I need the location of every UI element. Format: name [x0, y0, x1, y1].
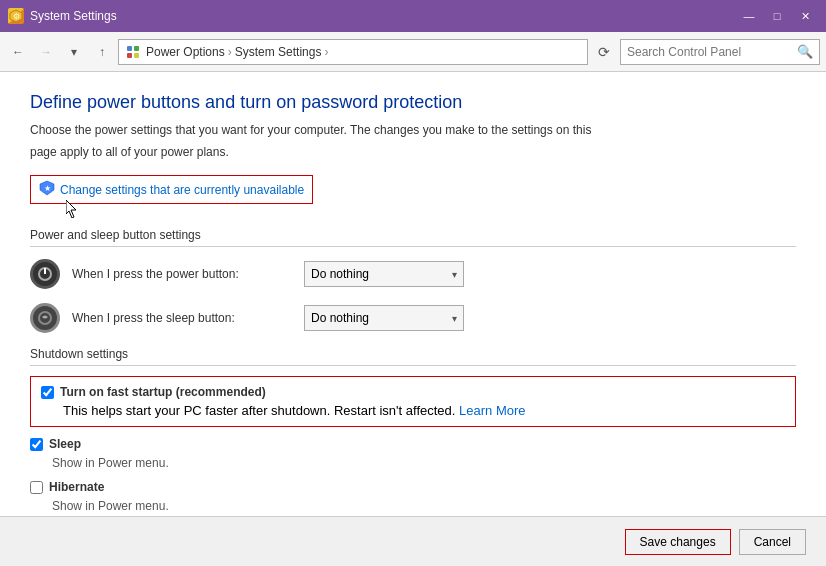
window-controls: — □ ✕	[736, 6, 818, 26]
svg-rect-2	[127, 46, 132, 51]
sleep-option-block: Sleep Show in Power menu.	[30, 437, 796, 470]
sleep-option-sub: Show in Power menu.	[52, 456, 169, 470]
maximize-button[interactable]: □	[764, 6, 790, 26]
close-button[interactable]: ✕	[792, 6, 818, 26]
breadcrumb-part1: Power Options	[146, 45, 225, 59]
hibernate-option-sub: Show in Power menu.	[52, 499, 169, 513]
search-input[interactable]	[627, 45, 797, 59]
svg-text:★: ★	[44, 184, 51, 193]
sleep-button-row: When I press the sleep button: Do nothin…	[30, 303, 796, 333]
svg-rect-5	[134, 53, 139, 58]
power-sleep-header: Power and sleep button settings	[30, 228, 796, 247]
footer: Save changes Cancel	[0, 516, 826, 566]
fast-startup-sub: This helps start your PC faster after sh…	[63, 403, 455, 418]
hibernate-sub: Show in Power menu.	[30, 498, 796, 513]
save-button[interactable]: Save changes	[625, 529, 731, 555]
page-title: Define power buttons and turn on passwor…	[30, 92, 796, 113]
svg-text:⚙: ⚙	[13, 12, 20, 21]
fast-startup-description: This helps start your PC faster after sh…	[41, 403, 785, 418]
change-settings-text: Change settings that are currently unava…	[60, 183, 304, 197]
description-line1: Choose the power settings that you want …	[30, 121, 796, 139]
main-content: Define power buttons and turn on passwor…	[0, 72, 826, 516]
description-line2: page apply to all of your power plans.	[30, 143, 796, 161]
sleep-button-icon	[30, 303, 60, 333]
cancel-button[interactable]: Cancel	[739, 529, 806, 555]
window-title: System Settings	[30, 9, 736, 23]
power-button-label: When I press the power button:	[72, 267, 292, 281]
power-button-dropdown[interactable]: Do nothing ▾	[304, 261, 464, 287]
fast-startup-checkbox[interactable]	[41, 386, 54, 399]
learn-more-link[interactable]: Learn More	[459, 403, 525, 418]
hibernate-option-label[interactable]: Hibernate	[49, 480, 104, 494]
sleep-button-dropdown[interactable]: Do nothing ▾	[304, 305, 464, 331]
fast-startup-label[interactable]: Turn on fast startup (recommended)	[60, 385, 266, 399]
hibernate-option-block: Hibernate Show in Power menu.	[30, 480, 796, 513]
sleep-option-row: Sleep	[30, 437, 796, 451]
hibernate-option-row: Hibernate	[30, 480, 796, 494]
shutdown-header: Shutdown settings	[30, 347, 796, 366]
titlebar: ⚙ System Settings — □ ✕	[0, 0, 826, 32]
chevron-down-icon: ▾	[452, 269, 457, 280]
up-button[interactable]: ↑	[90, 40, 114, 64]
app-icon: ⚙	[8, 8, 24, 24]
shield-icon: ★	[39, 180, 55, 199]
change-settings-link[interactable]: ★ Change settings that are currently una…	[30, 175, 313, 204]
back-button[interactable]: ←	[6, 40, 30, 64]
minimize-button[interactable]: —	[736, 6, 762, 26]
sleep-button-value: Do nothing	[311, 311, 369, 325]
fast-startup-row: Turn on fast startup (recommended)	[41, 385, 785, 399]
sleep-button-label: When I press the sleep button:	[72, 311, 292, 325]
sleep-option-label[interactable]: Sleep	[49, 437, 81, 451]
power-button-icon	[30, 259, 60, 289]
svg-rect-3	[134, 46, 139, 51]
fast-startup-box: Turn on fast startup (recommended) This …	[30, 376, 796, 427]
dropdown-button[interactable]: ▾	[62, 40, 86, 64]
forward-button[interactable]: →	[34, 40, 58, 64]
control-panel-icon	[125, 44, 141, 60]
search-icon: 🔍	[797, 44, 813, 59]
search-box[interactable]: 🔍	[620, 39, 820, 65]
address-path[interactable]: Power Options › System Settings ›	[118, 39, 588, 65]
power-button-row: When I press the power button: Do nothin…	[30, 259, 796, 289]
addressbar: ← → ▾ ↑ Power Options › System Settings …	[0, 32, 826, 72]
breadcrumb-part2: System Settings	[235, 45, 322, 59]
sleep-sub: Show in Power menu.	[30, 455, 796, 470]
hibernate-option-checkbox[interactable]	[30, 481, 43, 494]
power-button-value: Do nothing	[311, 267, 369, 281]
chevron-down-icon-2: ▾	[452, 313, 457, 324]
svg-rect-4	[127, 53, 132, 58]
refresh-button[interactable]: ⟳	[592, 40, 616, 64]
sleep-option-checkbox[interactable]	[30, 438, 43, 451]
